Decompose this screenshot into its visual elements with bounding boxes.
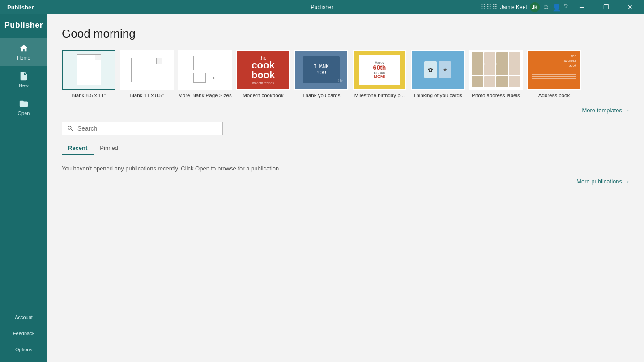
app-name-titlebar: Publisher [4, 4, 34, 11]
search-box [62, 122, 223, 135]
sidebar-item-home[interactable]: Home [0, 38, 47, 66]
sidebar-item-open[interactable]: Open [0, 94, 47, 121]
question-icon: ? [564, 3, 568, 11]
photo-cell-5 [472, 64, 483, 76]
template-thumb-addressbook: theaddressbook [527, 50, 581, 90]
more-templates-link[interactable]: More templates → [62, 107, 630, 114]
template-label-more-blank: More Blank Page Sizes [178, 93, 232, 98]
template-blank-landscape[interactable]: Blank 11 x 8.5" [120, 50, 174, 98]
templates-row: Blank 8.5 x 11" Blank 11 x 8.5" → [62, 50, 630, 98]
search-icon [67, 125, 74, 132]
photo-cell-6 [484, 64, 496, 76]
restore-button[interactable]: ❐ [596, 0, 616, 14]
greeting-text: Good morning [62, 27, 630, 41]
sidebar-item-options[interactable]: Options [0, 341, 47, 358]
photo-cell-10 [484, 76, 496, 87]
blank-landscape-icon [131, 58, 162, 82]
template-label-blank-landscape: Blank 11 x 8.5" [130, 93, 164, 98]
template-birthday[interactable]: Happy 60th Birthday MOM! Milestone birth… [353, 50, 406, 98]
search-input[interactable] [77, 125, 218, 132]
photo-cell-12 [509, 76, 520, 87]
birthday-art: Happy 60th Birthday MOM! [354, 51, 405, 89]
template-cookbook[interactable]: the cook book modern recipes Modern cook… [236, 50, 290, 98]
template-thumb-cookbook: the cook book modern recipes [236, 50, 290, 90]
template-thumb-birthday: Happy 60th Birthday MOM! [353, 50, 406, 90]
more-templates-arrow-icon: → [624, 107, 630, 114]
app-body: Publisher Home New Open Account Feedback [0, 14, 644, 362]
template-thinking[interactable]: ✿ ❤ Thinking of you cards [411, 50, 465, 98]
sidebar-bottom: Account Feedback Options [0, 309, 47, 362]
template-label-addressbook: Address book [538, 93, 570, 98]
photo-cell-11 [496, 76, 508, 87]
user-avatar[interactable]: JK [530, 2, 540, 12]
thankyou-inner: THANKYOU [303, 56, 339, 83]
birthday-inner: Happy 60th Birthday MOM! [359, 55, 401, 85]
new-icon [19, 71, 29, 81]
template-label-photo-labels: Photo address labels [472, 93, 520, 98]
template-thumb-thankyou: THANKYOU ❧ [294, 50, 348, 90]
sidebar-new-label: New [19, 83, 29, 88]
search-container [62, 122, 630, 135]
sidebar-home-label: Home [17, 55, 30, 60]
photo-cell-4 [509, 52, 520, 64]
titlebar-controls: ⠿⠿⠿ Jamie Keet JK ☺ 👤 ? ─ ❐ ✕ [480, 0, 640, 14]
window-title: Publisher [311, 4, 333, 10]
user-info: ⠿⠿⠿ Jamie Keet JK ☺ 👤 ? [480, 2, 568, 12]
photo-cell-8 [509, 64, 520, 76]
template-photo-labels[interactable]: Photo address labels [469, 50, 523, 98]
sidebar-item-new[interactable]: New [0, 66, 47, 94]
tabs-bar: Recent Pinned [62, 141, 630, 155]
help-account-icon: 👤 [552, 3, 561, 12]
template-thumb-blank-landscape [120, 50, 174, 90]
minimize-button[interactable]: ─ [571, 0, 592, 14]
cookbook-thumb-art: the cook book modern recipes [237, 51, 289, 89]
sidebar-item-feedback[interactable]: Feedback [0, 325, 47, 341]
empty-state-text: You haven't opened any publications rece… [62, 162, 630, 175]
template-thankyou[interactable]: THANKYOU ❧ Thank you cards [294, 50, 348, 98]
photo-cell-2 [484, 52, 496, 64]
blank-portrait-icon [77, 54, 101, 85]
sidebar-logo: Publisher [0, 14, 47, 34]
more-publications-link[interactable]: More publications → [62, 178, 630, 185]
sidebar-item-account[interactable]: Account [0, 309, 47, 325]
open-icon [19, 99, 29, 109]
template-addressbook[interactable]: theaddressbook Address book [527, 50, 581, 98]
tab-recent[interactable]: Recent [62, 141, 94, 155]
sidebar-nav: Home New Open [0, 38, 47, 309]
template-thumb-blank-portrait [62, 50, 115, 90]
addressbook-art: theaddressbook [528, 51, 580, 89]
toolbar-icons: ⠿⠿⠿ [480, 2, 498, 12]
photo-cell-1 [472, 52, 483, 64]
close-button[interactable]: ✕ [620, 0, 640, 14]
tab-pinned[interactable]: Pinned [94, 141, 124, 155]
thinking-inner: ✿ ❤ [424, 61, 451, 78]
thinking-art: ✿ ❤ [412, 51, 464, 89]
more-blank-icon: → [193, 56, 217, 84]
main-content: Good morning Blank 8.5 x 11" Blank 11 x … [47, 14, 644, 362]
sidebar: Publisher Home New Open Account Feedback [0, 14, 47, 362]
thankyou-art: THANKYOU ❧ [295, 51, 347, 89]
more-publications-arrow-icon: → [624, 178, 630, 185]
template-label-thinking: Thinking of you cards [413, 93, 462, 98]
user-name: Jamie Keet [500, 4, 527, 10]
template-label-cookbook: Modern cookbook [243, 93, 283, 98]
template-more-blank[interactable]: → More Blank Page Sizes [178, 50, 232, 98]
photo-cell-3 [496, 52, 508, 64]
sidebar-open-label: Open [18, 111, 30, 116]
addressbook-lines [532, 72, 576, 79]
photo-cell-9 [472, 76, 483, 87]
photo-label-art [470, 51, 522, 89]
more-publications-text: More publications [576, 178, 622, 185]
template-label-birthday: Milestone birthday p... [354, 93, 405, 98]
template-thumb-photo-labels [469, 50, 523, 90]
template-thumb-thinking: ✿ ❤ [411, 50, 465, 90]
addressbook-title-art: theaddressbook [564, 54, 576, 68]
home-icon [19, 43, 29, 53]
title-bar: Publisher Publisher ⠿⠿⠿ Jamie Keet JK ☺ … [0, 0, 644, 14]
more-templates-text: More templates [582, 107, 622, 114]
template-blank-portrait[interactable]: Blank 8.5 x 11" [62, 50, 115, 98]
smiley-icon: ☺ [542, 3, 550, 11]
photo-cell-7 [496, 64, 508, 76]
template-thumb-more-blank: → [178, 50, 232, 90]
template-label-thankyou: Thank you cards [302, 93, 340, 98]
